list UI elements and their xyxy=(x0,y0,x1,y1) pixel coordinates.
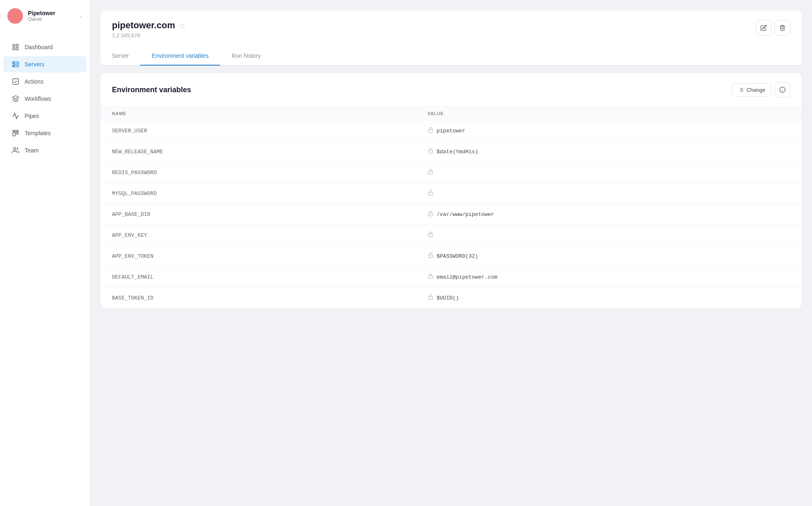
lock-icon xyxy=(428,190,433,197)
user-info: Pipetower Owner xyxy=(28,10,55,22)
lock-icon xyxy=(428,294,433,302)
table-row: DEFAULT_EMAILemail@pipetower.com xyxy=(100,267,802,288)
sidebar-item-actions[interactable]: Actions xyxy=(3,73,87,90)
lock-icon xyxy=(428,211,433,218)
lock-icon xyxy=(428,148,433,155)
team-icon xyxy=(11,146,20,154)
sidebar-item-label: Workflows xyxy=(25,95,51,102)
env-var-value-text: $PASSWORD(32) xyxy=(437,253,478,259)
env-vars-header: Environment variables Change xyxy=(100,73,802,107)
username: Pipetower xyxy=(28,10,55,16)
svg-rect-0 xyxy=(13,44,15,46)
sidebar-item-label: Servers xyxy=(25,61,44,68)
env-header-actions: Change xyxy=(732,82,790,98)
server-header: pipetower.com ◇ 1.2.345.678 xyxy=(100,10,802,39)
svg-point-12 xyxy=(14,147,16,150)
tab-server[interactable]: Server xyxy=(100,47,140,66)
lock-icon xyxy=(428,231,433,239)
user-role: Owner xyxy=(28,16,55,22)
svg-rect-29 xyxy=(428,276,433,278)
svg-rect-23 xyxy=(428,150,433,153)
sidebar-item-templates[interactable]: Templates xyxy=(3,125,87,141)
sidebar: Pipetower Owner ⌄ Dashboard Serve xyxy=(0,0,90,506)
info-button[interactable] xyxy=(775,82,790,98)
env-var-name: BASE_TOKEN_ID xyxy=(100,288,416,309)
svg-rect-9 xyxy=(13,130,18,132)
tab-run-history[interactable]: Run history xyxy=(220,47,272,66)
server-card: pipetower.com ◇ 1.2.345.678 xyxy=(100,10,802,66)
env-var-value-text: pipetower xyxy=(437,128,465,134)
sidebar-item-label: Actions xyxy=(25,78,43,85)
env-var-value-text: $UUID() xyxy=(437,295,459,301)
sidebar-item-workflows[interactable]: Workflows xyxy=(3,91,87,107)
svg-rect-26 xyxy=(428,213,433,216)
svg-rect-27 xyxy=(428,234,433,236)
env-var-value: pipetower xyxy=(416,120,802,141)
table-row: APP_BASE_DIR/var/www/pipetower xyxy=(100,204,802,225)
svg-rect-11 xyxy=(16,133,18,134)
env-var-name: SERVER_USER xyxy=(100,120,416,141)
env-var-name: MYSQL_PASSWORD xyxy=(100,183,416,204)
sidebar-item-dashboard[interactable]: Dashboard xyxy=(3,39,87,55)
server-name: pipetower.com xyxy=(112,20,175,31)
sidebar-item-label: Pipes xyxy=(25,113,39,119)
sidebar-item-label: Dashboard xyxy=(25,44,53,50)
svg-rect-8 xyxy=(13,79,18,84)
env-var-name: NEW_RELEASE_NAME xyxy=(100,141,416,162)
env-var-value: /var/www/pipetower xyxy=(416,204,802,225)
table-row: SERVER_USERpipetower xyxy=(100,120,802,141)
server-title-area: pipetower.com ◇ 1.2.345.678 xyxy=(112,20,185,39)
change-button[interactable]: Change xyxy=(732,83,771,97)
chevron-icon[interactable]: ⌄ xyxy=(78,13,82,19)
env-vars-section: Environment variables Change xyxy=(100,73,802,309)
lock-icon xyxy=(428,273,433,281)
sidebar-item-servers[interactable]: Servers xyxy=(3,56,87,73)
sidebar-item-label: Templates xyxy=(25,130,51,136)
grid-icon xyxy=(11,43,20,51)
svg-rect-28 xyxy=(428,255,433,257)
pipes-icon xyxy=(11,112,20,120)
env-var-value xyxy=(416,225,802,246)
table-row: REDIS_PASSWORD xyxy=(100,162,802,183)
table-row: APP_ENV_TOKEN$PASSWORD(32) xyxy=(100,246,802,267)
avatar xyxy=(7,8,23,24)
lock-icon xyxy=(428,252,433,260)
workflows-icon xyxy=(11,95,20,103)
table-row: BASE_TOKEN_ID$UUID() xyxy=(100,288,802,309)
svg-rect-3 xyxy=(16,48,18,50)
svg-rect-24 xyxy=(428,171,433,174)
env-var-name: REDIS_PASSWORD xyxy=(100,162,416,183)
sidebar-item-team[interactable]: Team xyxy=(3,142,87,159)
env-var-name: APP_BASE_DIR xyxy=(100,204,416,225)
server-actions xyxy=(756,20,790,36)
sidebar-item-label: Team xyxy=(25,147,39,154)
svg-rect-30 xyxy=(428,297,433,299)
svg-rect-1 xyxy=(16,44,18,46)
env-var-value xyxy=(416,162,802,183)
edit-button[interactable] xyxy=(756,20,771,36)
tag-icon: ◇ xyxy=(179,21,185,30)
env-vars-table: NAME VALUE SERVER_USERpipetowerNEW_RELEA… xyxy=(100,107,802,308)
table-row: APP_ENV_KEY xyxy=(100,225,802,246)
svg-point-7 xyxy=(14,66,14,66)
svg-rect-2 xyxy=(13,48,15,50)
svg-point-6 xyxy=(14,63,14,64)
svg-rect-25 xyxy=(428,192,433,195)
sidebar-item-pipes[interactable]: Pipes xyxy=(3,108,87,124)
env-var-name: APP_ENV_TOKEN xyxy=(100,246,416,267)
tab-environment-variables[interactable]: Environment variables xyxy=(140,47,220,66)
actions-icon xyxy=(11,77,20,86)
main-content: pipetower.com ◇ 1.2.345.678 xyxy=(90,0,812,506)
col-name-header: NAME xyxy=(100,107,416,120)
delete-button[interactable] xyxy=(775,20,790,36)
env-var-value xyxy=(416,183,802,204)
sidebar-nav: Dashboard Servers Actions xyxy=(0,32,90,165)
table-row: NEW_RELEASE_NAME$date(YmdHis) xyxy=(100,141,802,162)
sidebar-header: Pipetower Owner ⌄ xyxy=(0,0,90,32)
server-version: 1.2.345.678 xyxy=(112,32,185,39)
env-var-value: $UUID() xyxy=(416,288,802,309)
env-var-value-text: /var/www/pipetower xyxy=(437,211,494,218)
svg-rect-10 xyxy=(13,133,15,136)
env-var-value-text: $date(YmdHis) xyxy=(437,149,478,155)
table-row: MYSQL_PASSWORD xyxy=(100,183,802,204)
